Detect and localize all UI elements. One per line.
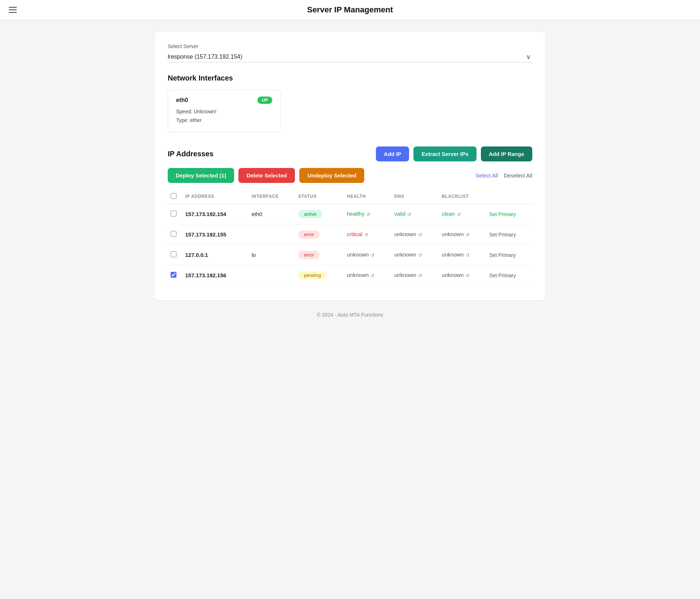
health-refresh-icon[interactable]: ↺ (366, 212, 370, 217)
row-checkbox[interactable] (171, 272, 176, 278)
row-ip: 127.0.0.1 (182, 244, 249, 265)
table-row: 157.173.192.156pendingunknown↺unknown↺un… (168, 265, 532, 285)
main-content: Select Server lresponse (157.173.192.154… (146, 20, 554, 335)
blacklist-value: unknown (442, 251, 464, 258)
interface-name: eth0 (176, 97, 188, 103)
footer-text: © 2024 - Auto MTA Functions (317, 312, 383, 318)
row-blacklist: unknown↺ (439, 265, 486, 285)
row-dns: unknown↺ (391, 224, 439, 244)
row-blacklist: clean↺ (439, 204, 486, 224)
table-row: 157.173.192.155errorcritical↺unknown↺unk… (168, 224, 532, 244)
row-action: Set Primary (486, 224, 532, 244)
health-refresh-icon[interactable]: ↺ (370, 273, 374, 278)
top-bar: Server IP Management (0, 0, 700, 20)
select-all-checkbox[interactable] (171, 193, 176, 199)
row-checkbox[interactable] (171, 231, 176, 237)
action-left-buttons: Deploy Selected (1) Delete Selected Unde… (168, 168, 364, 183)
server-select[interactable]: lresponse (157.173.192.154) (168, 51, 532, 62)
select-links: Select All Deselect All (475, 172, 532, 179)
status-badge: error (298, 230, 320, 239)
row-ip: 157.173.192.154 (182, 204, 249, 224)
main-card: Select Server lresponse (157.173.192.154… (155, 32, 545, 300)
undeploy-selected-button[interactable]: Undeploy Selected (299, 168, 364, 183)
row-status: error (295, 224, 344, 244)
col-ip: IP ADDRESS (182, 189, 249, 204)
row-checkbox-cell (168, 204, 182, 224)
row-checkbox-cell (168, 265, 182, 285)
network-interfaces-title: Network Interfaces (168, 74, 532, 82)
row-interface (249, 224, 295, 244)
ip-section-header: IP Addresses Add IP Extract Server IPs A… (168, 146, 532, 161)
status-badge: error (298, 251, 320, 259)
row-checkbox-cell (168, 224, 182, 244)
row-checkbox-cell (168, 244, 182, 265)
deploy-selected-button[interactable]: Deploy Selected (1) (168, 168, 234, 183)
set-primary-button[interactable]: Set Primary (489, 252, 516, 258)
dns-value: unknown (394, 272, 416, 278)
dns-value: unknown (394, 231, 416, 237)
extract-server-ips-button[interactable]: Extract Server IPs (413, 146, 476, 161)
blacklist-value: unknown (442, 272, 464, 278)
network-card-header: eth0 UP (176, 97, 272, 104)
menu-icon[interactable] (9, 7, 17, 13)
dns-refresh-icon[interactable]: ↺ (407, 212, 411, 217)
blacklist-value: clean (442, 211, 455, 217)
dns-value: unknown (394, 251, 416, 258)
col-health: HEALTH (344, 189, 391, 204)
status-badge: active (298, 210, 322, 218)
table-row: 127.0.0.1loerrorunknown↺unknown↺unknown↺… (168, 244, 532, 265)
set-primary-button[interactable]: Set Primary (489, 232, 516, 238)
footer: © 2024 - Auto MTA Functions (155, 300, 545, 324)
select-all-button[interactable]: Select All (475, 172, 498, 179)
col-checkbox (168, 189, 182, 204)
row-action: Set Primary (486, 244, 532, 265)
row-health: unknown↺ (344, 244, 391, 265)
server-select-wrapper: lresponse (157.173.192.154) (168, 51, 532, 62)
status-badge: pending (298, 271, 327, 279)
set-primary-button[interactable]: Set Primary (489, 273, 516, 278)
row-health: healthy↺ (344, 204, 391, 224)
interface-type: Type: ether (176, 116, 272, 125)
row-health: critical↺ (344, 224, 391, 244)
col-interface: INTERFACE (249, 189, 295, 204)
network-card-eth0: eth0 UP Speed: Unknown! Type: ether (168, 90, 281, 132)
ip-addresses-section: IP Addresses Add IP Extract Server IPs A… (168, 146, 532, 286)
page-title: Server IP Management (307, 5, 393, 15)
health-value: unknown (347, 272, 369, 278)
col-dns: DNS (391, 189, 439, 204)
health-value: healthy (347, 211, 364, 217)
ip-table: IP ADDRESS INTERFACE STATUS HEALTH DNS B… (168, 189, 532, 286)
action-row: Deploy Selected (1) Delete Selected Unde… (168, 168, 532, 183)
dns-refresh-icon[interactable]: ↺ (418, 252, 422, 258)
server-select-section: Select Server lresponse (157.173.192.154… (168, 43, 532, 62)
ip-section-title: IP Addresses (168, 150, 214, 158)
add-ip-range-button[interactable]: Add IP Range (481, 146, 532, 161)
row-interface: eth0 (249, 204, 295, 224)
row-action: Set Primary (486, 204, 532, 224)
row-health: unknown↺ (344, 265, 391, 285)
interface-status-badge: UP (257, 97, 272, 104)
set-primary-button[interactable]: Set Primary (489, 211, 516, 217)
dns-refresh-icon[interactable]: ↺ (418, 232, 422, 238)
row-checkbox[interactable] (171, 251, 176, 257)
row-blacklist: unknown↺ (439, 224, 486, 244)
blacklist-refresh-icon[interactable]: ↺ (466, 232, 470, 238)
row-dns: unknown↺ (391, 244, 439, 265)
row-status: error (295, 244, 344, 265)
row-dns: valid↺ (391, 204, 439, 224)
delete-selected-button[interactable]: Delete Selected (238, 168, 295, 183)
blacklist-refresh-icon[interactable]: ↺ (466, 273, 470, 278)
row-blacklist: unknown↺ (439, 244, 486, 265)
deselect-all-button[interactable]: Deselect All (504, 172, 532, 179)
blacklist-refresh-icon[interactable]: ↺ (457, 212, 461, 217)
dns-refresh-icon[interactable]: ↺ (418, 273, 422, 278)
col-blacklist: BLACKLIST (439, 189, 486, 204)
row-checkbox[interactable] (171, 211, 176, 216)
table-header-row: IP ADDRESS INTERFACE STATUS HEALTH DNS B… (168, 189, 532, 204)
row-ip: 157.173.192.155 (182, 224, 249, 244)
add-ip-button[interactable]: Add IP (376, 146, 409, 161)
row-status: pending (295, 265, 344, 285)
blacklist-refresh-icon[interactable]: ↺ (466, 252, 470, 258)
health-refresh-icon[interactable]: ↺ (364, 232, 368, 238)
health-refresh-icon[interactable]: ↺ (370, 252, 374, 258)
